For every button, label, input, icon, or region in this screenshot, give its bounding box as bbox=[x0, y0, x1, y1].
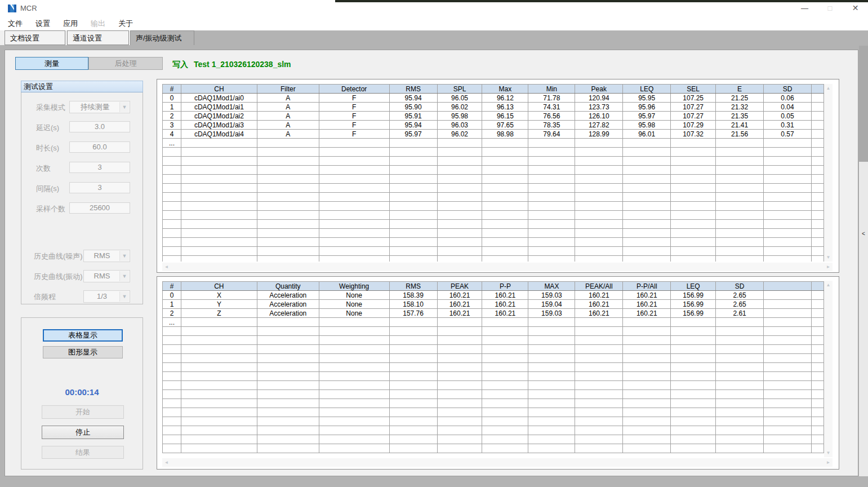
stop-button[interactable]: 停止 bbox=[42, 426, 124, 439]
chevron-down-icon[interactable]: ▼ bbox=[119, 102, 129, 112]
table-row[interactable]: 2cDAQ1Mod1/ai2AF95.9195.9896.1576.56126.… bbox=[163, 112, 824, 121]
table-row[interactable] bbox=[163, 247, 824, 256]
column-header-5[interactable]: SPL bbox=[437, 85, 482, 94]
table-row[interactable]: 0cDAQ1Mod1/ai0AF95.9496.0596.1271.78120.… bbox=[163, 94, 824, 103]
table-row[interactable] bbox=[163, 399, 824, 408]
table-row[interactable]: 1YAccelerationNone158.10160.21160.21159.… bbox=[163, 300, 824, 309]
table-row[interactable] bbox=[163, 166, 824, 175]
chevron-down-icon[interactable]: ▼ bbox=[119, 291, 129, 302]
column-header-12[interactable] bbox=[764, 282, 812, 291]
noise-table-horizontal-scrollbar[interactable]: ◄ ► bbox=[162, 263, 833, 271]
column-header-3[interactable]: Detector bbox=[319, 85, 389, 94]
menu-item-1[interactable]: 设置 bbox=[34, 17, 51, 30]
table-row[interactable] bbox=[163, 426, 824, 435]
input-4[interactable]: 3 bbox=[69, 182, 130, 193]
input-2[interactable]: 60.0 bbox=[69, 141, 130, 153]
scroll-up-icon[interactable]: ▲ bbox=[824, 84, 833, 92]
column-header-6[interactable]: P-P bbox=[482, 282, 528, 291]
menu-item-3[interactable]: 输出 bbox=[90, 17, 106, 30]
column-header-9[interactable]: LEQ bbox=[623, 85, 671, 94]
dropdown-0[interactable]: 持续测量▼ bbox=[69, 101, 130, 113]
tab-0[interactable]: 文档设置 bbox=[5, 30, 65, 45]
column-header-10[interactable]: LEQ bbox=[671, 282, 716, 291]
input-1[interactable]: 3.0 bbox=[69, 121, 130, 132]
table-row[interactable] bbox=[163, 193, 824, 202]
table-row[interactable] bbox=[163, 444, 824, 453]
table-row[interactable] bbox=[163, 345, 824, 354]
column-header-1[interactable]: CH bbox=[181, 282, 257, 291]
result-button[interactable]: 结果 bbox=[42, 446, 124, 459]
table-row[interactable]: ... bbox=[163, 318, 824, 327]
menu-item-0[interactable]: 文件 bbox=[7, 17, 24, 30]
table-row[interactable] bbox=[163, 211, 824, 220]
table-row[interactable] bbox=[163, 390, 824, 399]
table-row[interactable]: ... bbox=[163, 139, 824, 148]
column-header-11[interactable]: E bbox=[716, 85, 764, 94]
tab-1[interactable]: 通道设置 bbox=[67, 30, 129, 45]
table-row[interactable] bbox=[163, 238, 824, 247]
column-header-4[interactable]: RMS bbox=[389, 85, 437, 94]
table-row[interactable] bbox=[163, 202, 824, 211]
close-button[interactable]: ✕ bbox=[843, 0, 868, 16]
column-header-9[interactable]: P-P/All bbox=[623, 282, 671, 291]
table-row[interactable] bbox=[163, 256, 824, 262]
vibration-table-vertical-scrollbar[interactable]: ▲ ▼ bbox=[824, 281, 833, 457]
column-header-2[interactable]: Filter bbox=[257, 85, 319, 94]
vibration-table-horizontal-scrollbar[interactable]: ◄ ► bbox=[162, 458, 833, 467]
start-button[interactable]: 开始 bbox=[42, 405, 124, 419]
right-scrollbar-thumb[interactable] bbox=[859, 46, 868, 162]
table-row[interactable] bbox=[163, 220, 824, 229]
table-row[interactable] bbox=[163, 327, 824, 336]
dropdown-curve-1[interactable]: RMS▼ bbox=[83, 270, 130, 282]
table-row[interactable]: 2ZAccelerationNone157.76160.21160.21159.… bbox=[163, 309, 824, 318]
menu-item-4[interactable]: 关于 bbox=[117, 17, 134, 30]
table-row[interactable] bbox=[163, 372, 824, 381]
table-row[interactable] bbox=[163, 175, 824, 184]
column-header-0[interactable]: # bbox=[163, 85, 181, 94]
scroll-right-icon[interactable]: ► bbox=[824, 458, 833, 467]
input-5[interactable]: 25600 bbox=[69, 202, 130, 214]
tab-2[interactable]: 声/振动级测试 bbox=[130, 30, 194, 45]
table-row[interactable] bbox=[163, 336, 824, 345]
table-row[interactable] bbox=[163, 184, 824, 193]
menu-item-2[interactable]: 应用 bbox=[62, 17, 79, 30]
column-header-8[interactable]: Peak bbox=[575, 85, 623, 94]
column-header-7[interactable]: Min bbox=[528, 85, 575, 94]
column-header-3[interactable]: Weighting bbox=[319, 282, 389, 291]
column-header-1[interactable]: CH bbox=[181, 85, 257, 94]
scroll-left-icon[interactable]: ◄ bbox=[162, 458, 171, 467]
column-header-7[interactable]: MAX bbox=[528, 282, 575, 291]
table-row[interactable] bbox=[163, 381, 824, 390]
table-row[interactable] bbox=[163, 417, 824, 426]
minimize-button[interactable]: — bbox=[792, 0, 817, 16]
column-header-13[interactable] bbox=[811, 85, 824, 94]
table-row[interactable]: 3cDAQ1Mod1/ai3AF95.9496.0397.6578.35127.… bbox=[163, 121, 824, 130]
table-row[interactable] bbox=[163, 408, 824, 417]
scroll-down-icon[interactable]: ▼ bbox=[824, 449, 833, 457]
dropdown-curve-0[interactable]: RMS▼ bbox=[83, 250, 130, 262]
table-row[interactable] bbox=[163, 148, 824, 157]
column-header-10[interactable]: SEL bbox=[671, 85, 716, 94]
table-row[interactable]: 0XAccelerationNone158.39160.21160.21159.… bbox=[163, 291, 824, 300]
table-row[interactable] bbox=[163, 354, 824, 363]
scroll-up-icon[interactable]: ▲ bbox=[824, 281, 833, 289]
table-row[interactable] bbox=[163, 363, 824, 372]
scroll-right-icon[interactable]: ► bbox=[824, 263, 833, 271]
scroll-down-icon[interactable]: ▼ bbox=[824, 253, 833, 262]
graph-display-button[interactable]: 图形显示 bbox=[43, 346, 123, 358]
table-row[interactable]: 1cDAQ1Mod1/ai1AF95.9096.0296.1374.31123.… bbox=[163, 103, 824, 112]
column-header-8[interactable]: PEAK/All bbox=[575, 282, 623, 291]
chevron-down-icon[interactable]: ▼ bbox=[119, 251, 129, 261]
noise-table-vertical-scrollbar[interactable]: ▲ ▼ bbox=[824, 84, 833, 262]
postprocess-tab-button[interactable]: 后处理 bbox=[88, 57, 163, 70]
column-header-5[interactable]: PEAK bbox=[437, 282, 482, 291]
table-display-button[interactable]: 表格显示 bbox=[43, 329, 123, 342]
input-3[interactable]: 3 bbox=[69, 162, 130, 173]
dropdown-curve-2[interactable]: 1/3▼ bbox=[83, 290, 130, 303]
column-header-4[interactable]: RMS bbox=[389, 282, 437, 291]
table-row[interactable]: 4cDAQ1Mod1/ai4AF95.9796.0298.9879.64128.… bbox=[163, 130, 824, 139]
column-header-12[interactable]: SD bbox=[764, 85, 812, 94]
column-header-13[interactable] bbox=[811, 282, 824, 291]
table-row[interactable] bbox=[163, 229, 824, 238]
measure-tab-button[interactable]: 测量 bbox=[15, 57, 88, 70]
